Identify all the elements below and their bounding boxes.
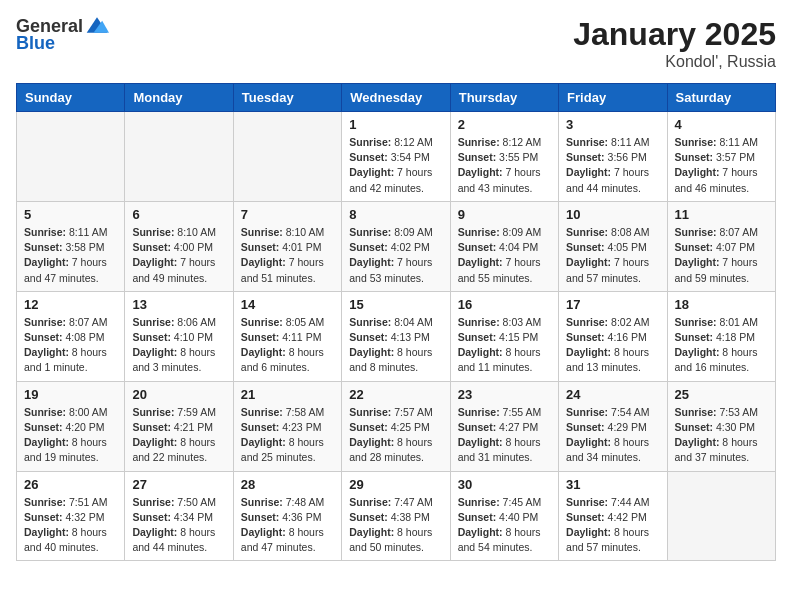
sunrise-line: Sunrise: 8:03 AM	[458, 315, 551, 330]
calendar-cell: 24Sunrise: 7:54 AMSunset: 4:29 PMDayligh…	[559, 381, 667, 471]
day-info: Sunrise: 8:12 AMSunset: 3:55 PMDaylight:…	[458, 135, 551, 196]
day-info: Sunrise: 8:07 AMSunset: 4:08 PMDaylight:…	[24, 315, 117, 376]
calendar-cell: 26Sunrise: 7:51 AMSunset: 4:32 PMDayligh…	[17, 471, 125, 561]
weekday-header-sunday: Sunday	[17, 84, 125, 112]
day-number: 18	[675, 297, 768, 312]
title-area: January 2025 Kondol', Russia	[573, 16, 776, 71]
sunrise-line: Sunrise: 7:54 AM	[566, 405, 659, 420]
weekday-header-thursday: Thursday	[450, 84, 558, 112]
sunset-line: Sunset: 4:05 PM	[566, 240, 659, 255]
daylight-line: Daylight: 7 hours and 46 minutes.	[675, 165, 768, 195]
daylight-line: Daylight: 8 hours and 6 minutes.	[241, 345, 334, 375]
day-info: Sunrise: 7:44 AMSunset: 4:42 PMDaylight:…	[566, 495, 659, 556]
day-info: Sunrise: 8:00 AMSunset: 4:20 PMDaylight:…	[24, 405, 117, 466]
day-number: 9	[458, 207, 551, 222]
sunrise-line: Sunrise: 8:00 AM	[24, 405, 117, 420]
daylight-line: Daylight: 7 hours and 57 minutes.	[566, 255, 659, 285]
day-info: Sunrise: 7:53 AMSunset: 4:30 PMDaylight:…	[675, 405, 768, 466]
logo-icon	[85, 15, 109, 35]
calendar-cell: 30Sunrise: 7:45 AMSunset: 4:40 PMDayligh…	[450, 471, 558, 561]
day-info: Sunrise: 8:08 AMSunset: 4:05 PMDaylight:…	[566, 225, 659, 286]
weekday-header-tuesday: Tuesday	[233, 84, 341, 112]
daylight-line: Daylight: 7 hours and 43 minutes.	[458, 165, 551, 195]
day-number: 26	[24, 477, 117, 492]
day-number: 16	[458, 297, 551, 312]
calendar-cell: 16Sunrise: 8:03 AMSunset: 4:15 PMDayligh…	[450, 291, 558, 381]
sunset-line: Sunset: 4:38 PM	[349, 510, 442, 525]
sunrise-line: Sunrise: 7:44 AM	[566, 495, 659, 510]
page-header: General Blue January 2025 Kondol', Russi…	[16, 16, 776, 71]
daylight-line: Daylight: 8 hours and 22 minutes.	[132, 435, 225, 465]
calendar-week-row: 12Sunrise: 8:07 AMSunset: 4:08 PMDayligh…	[17, 291, 776, 381]
day-info: Sunrise: 8:01 AMSunset: 4:18 PMDaylight:…	[675, 315, 768, 376]
calendar-cell: 4Sunrise: 8:11 AMSunset: 3:57 PMDaylight…	[667, 112, 775, 202]
sunrise-line: Sunrise: 7:55 AM	[458, 405, 551, 420]
sunset-line: Sunset: 4:00 PM	[132, 240, 225, 255]
daylight-line: Daylight: 8 hours and 8 minutes.	[349, 345, 442, 375]
sunset-line: Sunset: 4:07 PM	[675, 240, 768, 255]
sunrise-line: Sunrise: 7:51 AM	[24, 495, 117, 510]
day-number: 13	[132, 297, 225, 312]
day-info: Sunrise: 7:50 AMSunset: 4:34 PMDaylight:…	[132, 495, 225, 556]
sunrise-line: Sunrise: 7:58 AM	[241, 405, 334, 420]
day-number: 17	[566, 297, 659, 312]
day-info: Sunrise: 8:11 AMSunset: 3:56 PMDaylight:…	[566, 135, 659, 196]
sunrise-line: Sunrise: 8:11 AM	[24, 225, 117, 240]
calendar: SundayMondayTuesdayWednesdayThursdayFrid…	[16, 83, 776, 561]
sunrise-line: Sunrise: 7:57 AM	[349, 405, 442, 420]
calendar-cell: 15Sunrise: 8:04 AMSunset: 4:13 PMDayligh…	[342, 291, 450, 381]
sunrise-line: Sunrise: 8:09 AM	[458, 225, 551, 240]
daylight-line: Daylight: 8 hours and 40 minutes.	[24, 525, 117, 555]
daylight-line: Daylight: 7 hours and 53 minutes.	[349, 255, 442, 285]
calendar-cell: 12Sunrise: 8:07 AMSunset: 4:08 PMDayligh…	[17, 291, 125, 381]
sunset-line: Sunset: 4:15 PM	[458, 330, 551, 345]
location: Kondol', Russia	[573, 53, 776, 71]
calendar-cell: 7Sunrise: 8:10 AMSunset: 4:01 PMDaylight…	[233, 201, 341, 291]
month-title: January 2025	[573, 16, 776, 53]
sunset-line: Sunset: 4:25 PM	[349, 420, 442, 435]
calendar-cell: 13Sunrise: 8:06 AMSunset: 4:10 PMDayligh…	[125, 291, 233, 381]
calendar-cell: 11Sunrise: 8:07 AMSunset: 4:07 PMDayligh…	[667, 201, 775, 291]
daylight-line: Daylight: 8 hours and 54 minutes.	[458, 525, 551, 555]
calendar-cell	[17, 112, 125, 202]
day-number: 22	[349, 387, 442, 402]
daylight-line: Daylight: 8 hours and 37 minutes.	[675, 435, 768, 465]
day-number: 28	[241, 477, 334, 492]
day-info: Sunrise: 7:57 AMSunset: 4:25 PMDaylight:…	[349, 405, 442, 466]
day-info: Sunrise: 8:10 AMSunset: 4:00 PMDaylight:…	[132, 225, 225, 286]
sunrise-line: Sunrise: 7:50 AM	[132, 495, 225, 510]
calendar-cell: 27Sunrise: 7:50 AMSunset: 4:34 PMDayligh…	[125, 471, 233, 561]
sunrise-line: Sunrise: 8:08 AM	[566, 225, 659, 240]
sunset-line: Sunset: 3:58 PM	[24, 240, 117, 255]
calendar-cell: 9Sunrise: 8:09 AMSunset: 4:04 PMDaylight…	[450, 201, 558, 291]
sunrise-line: Sunrise: 7:48 AM	[241, 495, 334, 510]
calendar-cell: 3Sunrise: 8:11 AMSunset: 3:56 PMDaylight…	[559, 112, 667, 202]
daylight-line: Daylight: 8 hours and 3 minutes.	[132, 345, 225, 375]
daylight-line: Daylight: 7 hours and 51 minutes.	[241, 255, 334, 285]
day-info: Sunrise: 7:47 AMSunset: 4:38 PMDaylight:…	[349, 495, 442, 556]
day-number: 4	[675, 117, 768, 132]
day-info: Sunrise: 7:48 AMSunset: 4:36 PMDaylight:…	[241, 495, 334, 556]
sunset-line: Sunset: 4:29 PM	[566, 420, 659, 435]
calendar-week-row: 19Sunrise: 8:00 AMSunset: 4:20 PMDayligh…	[17, 381, 776, 471]
day-info: Sunrise: 8:06 AMSunset: 4:10 PMDaylight:…	[132, 315, 225, 376]
calendar-cell: 8Sunrise: 8:09 AMSunset: 4:02 PMDaylight…	[342, 201, 450, 291]
daylight-line: Daylight: 8 hours and 13 minutes.	[566, 345, 659, 375]
day-number: 6	[132, 207, 225, 222]
day-info: Sunrise: 8:03 AMSunset: 4:15 PMDaylight:…	[458, 315, 551, 376]
sunset-line: Sunset: 4:11 PM	[241, 330, 334, 345]
sunrise-line: Sunrise: 8:12 AM	[458, 135, 551, 150]
calendar-cell: 29Sunrise: 7:47 AMSunset: 4:38 PMDayligh…	[342, 471, 450, 561]
daylight-line: Daylight: 8 hours and 16 minutes.	[675, 345, 768, 375]
daylight-line: Daylight: 7 hours and 49 minutes.	[132, 255, 225, 285]
sunset-line: Sunset: 4:42 PM	[566, 510, 659, 525]
sunrise-line: Sunrise: 8:02 AM	[566, 315, 659, 330]
sunrise-line: Sunrise: 8:10 AM	[132, 225, 225, 240]
sunset-line: Sunset: 4:10 PM	[132, 330, 225, 345]
day-info: Sunrise: 8:09 AMSunset: 4:04 PMDaylight:…	[458, 225, 551, 286]
sunset-line: Sunset: 4:13 PM	[349, 330, 442, 345]
calendar-cell: 22Sunrise: 7:57 AMSunset: 4:25 PMDayligh…	[342, 381, 450, 471]
weekday-header-wednesday: Wednesday	[342, 84, 450, 112]
sunset-line: Sunset: 4:30 PM	[675, 420, 768, 435]
calendar-cell	[233, 112, 341, 202]
